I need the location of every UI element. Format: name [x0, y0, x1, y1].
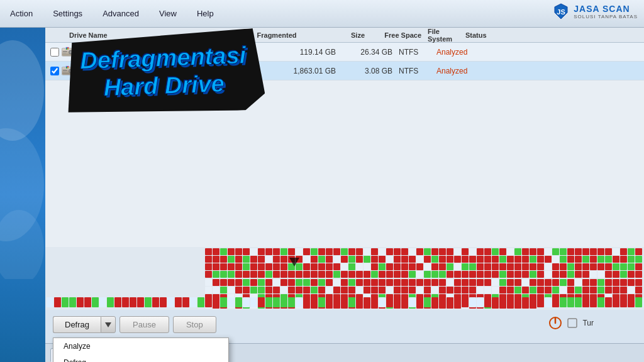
grid-cell	[205, 248, 212, 255]
grid-cell	[326, 263, 333, 270]
grid-cell	[484, 271, 491, 278]
drive-checkbox-e[interactable]	[50, 67, 59, 75]
bottom-grid-cell	[333, 297, 340, 307]
grid-cell	[318, 248, 325, 255]
bottom-grid-cell	[69, 297, 76, 307]
checkbox-icon[interactable]	[567, 318, 577, 328]
grid-cell	[530, 256, 536, 263]
defrag-arrow-button[interactable]	[101, 316, 116, 333]
pause-button[interactable]: Pause	[119, 316, 169, 333]
grid-cell	[613, 256, 619, 263]
grid-cell	[318, 271, 325, 278]
hdd-icon-e	[62, 65, 74, 77]
bottom-grid-cell	[386, 297, 393, 307]
drive-status-c: Analyzed	[436, 48, 639, 57]
grid-cell	[220, 256, 227, 263]
dropdown-defrag[interactable]: Defrag	[53, 354, 228, 362]
main-content: Drive Name Fragmented Size Free Space Fi…	[0, 28, 644, 362]
grid-cell	[492, 287, 499, 293]
svg-point-4	[0, 210, 44, 279]
grid-cell	[394, 248, 401, 255]
grid-cell	[530, 279, 536, 286]
grid-cell	[477, 256, 484, 263]
grid-cell	[416, 263, 423, 270]
grid-cell	[356, 279, 363, 286]
grid-cell	[567, 248, 574, 255]
grid-cell	[258, 263, 265, 270]
drive-row-c[interactable]: Local Disk (C:) 37% 119.14 GB 26.34 GB N…	[45, 43, 644, 62]
svg-rect-24	[67, 66, 69, 67]
menu-help[interactable]: Help	[187, 5, 224, 22]
grid-cell	[514, 256, 521, 263]
grid-cell	[484, 248, 491, 255]
drive-checkbox-c[interactable]	[50, 48, 59, 57]
grid-cell	[303, 256, 310, 263]
grid-cell	[484, 263, 491, 270]
grid-cell	[228, 279, 235, 286]
grid-cell	[552, 287, 559, 293]
grid-cell	[235, 279, 242, 286]
grid-cell	[514, 287, 521, 293]
grid-cell	[635, 256, 642, 263]
svg-rect-26	[67, 67, 69, 69]
grid-cell	[462, 279, 469, 286]
bottom-grid-cell	[613, 297, 619, 307]
grid-cell	[605, 263, 612, 270]
grid-cell	[364, 287, 370, 293]
logo-icon: JS	[552, 3, 570, 20]
bottom-grid-cell	[145, 297, 152, 307]
grid-cell	[439, 248, 446, 255]
grid-cell	[326, 287, 333, 293]
svg-rect-13	[67, 47, 69, 48]
grid-cell	[635, 279, 642, 286]
grid-cell	[462, 263, 469, 270]
grid-cell	[280, 248, 287, 255]
grid-cell	[628, 256, 635, 263]
defrag-button[interactable]: Defrag	[53, 316, 101, 333]
grid-cell	[590, 279, 597, 286]
grid-cell	[492, 256, 499, 263]
bottom-grid-cell	[303, 297, 310, 307]
grid-cell	[492, 271, 499, 278]
grid-cell	[582, 263, 589, 270]
grid-cell	[560, 287, 567, 293]
grid-cell	[303, 248, 310, 255]
bottom-grid-cell	[462, 297, 469, 307]
grid-cell	[265, 271, 272, 278]
grid-cell	[416, 271, 423, 278]
menu-action[interactable]: Action	[0, 5, 43, 22]
bottom-grid-cell	[182, 297, 189, 307]
menu-view[interactable]: View	[149, 5, 187, 22]
grid-cell	[288, 287, 295, 293]
grid-cell	[220, 248, 227, 255]
grid-cell	[530, 248, 536, 255]
grid-cell	[439, 279, 446, 286]
drive-row-e[interactable]: New (E:) 36% 1,863.01 GB 3.08 GB NTFS An…	[45, 62, 644, 80]
menu-advanced[interactable]: Advanced	[92, 5, 149, 22]
bottom-grid-cell	[477, 297, 484, 307]
grid-cell	[514, 271, 521, 278]
dropdown-analyze[interactable]: Analyze	[53, 338, 228, 354]
stop-button[interactable]: Stop	[173, 316, 216, 333]
defrag-button-container: Defrag	[53, 316, 116, 333]
grid-cell	[243, 248, 250, 255]
grid-cell	[386, 271, 393, 278]
grid-cell	[530, 263, 536, 270]
grid-cell	[635, 271, 642, 278]
grid-cell	[213, 248, 219, 255]
grid-cell	[567, 287, 574, 293]
bottom-grid-cell	[130, 297, 136, 307]
menu-settings[interactable]: Settings	[43, 5, 92, 22]
grid-cell	[333, 263, 340, 270]
grid-cell	[620, 279, 627, 286]
power-icon[interactable]	[548, 316, 562, 330]
grid-cell	[454, 279, 461, 286]
grid-cell	[575, 263, 582, 270]
grid-cell	[628, 263, 635, 270]
drive-status-e: Analyzed	[436, 67, 639, 75]
grid-cell	[522, 263, 529, 270]
grid-cell	[265, 248, 272, 255]
grid-cell	[597, 271, 604, 278]
grid-cell	[454, 271, 461, 278]
grid-cell	[552, 256, 559, 263]
